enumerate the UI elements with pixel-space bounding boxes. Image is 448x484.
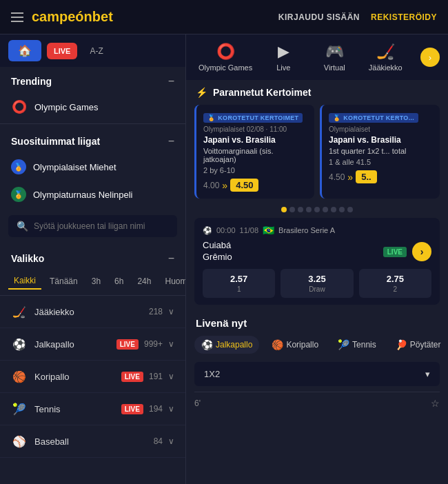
tennis-live-badge: LIVE: [121, 404, 143, 414]
sport-chevron-tennis[interactable]: ∨: [168, 404, 174, 414]
valikko-collapse[interactable]: −: [168, 252, 174, 265]
odds-val-1: 2.57: [205, 274, 272, 284]
livena-tab-poytater[interactable]: 🏓 Pöytäter: [389, 336, 448, 354]
new-odds-1[interactable]: 4.50: [230, 179, 258, 192]
card-teams-1: Japani vs. Brasilia: [203, 135, 307, 145]
dot-7[interactable]: [331, 207, 336, 212]
match-league: Brasilero Serie A: [278, 226, 335, 234]
dot-8[interactable]: [339, 207, 345, 212]
search-bar[interactable]: 🔍: [8, 215, 177, 237]
odds-btn-1[interactable]: 2.57 1: [203, 269, 275, 298]
valikko-tab-huom[interactable]: Huom: [159, 274, 186, 289]
team1: Cuiabá: [203, 240, 232, 250]
tab-az[interactable]: A-Z: [83, 42, 110, 60]
match-live-badge: LIVE: [383, 247, 407, 257]
livena-tab-jalkapallo[interactable]: ⚽ Jalkapallo: [194, 336, 259, 354]
parannetut-icon: ⚡: [196, 87, 207, 98]
odds-btn-2[interactable]: 2.75 2: [359, 269, 431, 298]
sport-chevron-koripallo[interactable]: ∨: [168, 372, 174, 381]
cards-row: 🏅 KOROTETUT KERTOIMET Olympialaiset 02/0…: [186, 102, 448, 204]
dropdown-bar[interactable]: 1X2 ▾: [194, 362, 440, 386]
parannetut-card-1[interactable]: 🏅 KOROTETUT KERTOIMET Olympialaiset 02/0…: [194, 105, 314, 199]
tab-live[interactable]: LIVE: [47, 43, 77, 59]
live-carousel-icon: ▶: [278, 43, 289, 61]
carousel-item-olympic[interactable]: ⭕ Olympic Games: [194, 40, 256, 74]
carousel-item-jaakiekko[interactable]: 🏒 Jääkiekko: [361, 40, 409, 74]
dot-3[interactable]: [298, 207, 303, 212]
new-odds-2[interactable]: 5..: [356, 170, 376, 183]
tennis-tab-icon: 🎾: [338, 339, 349, 350]
carousel-item-virtual[interactable]: 🎮 Virtual: [310, 40, 358, 74]
dot-6[interactable]: [323, 207, 328, 212]
jaakiekko-carousel-icon: 🏒: [376, 43, 395, 61]
card-bet-1: 2 by 6-10: [203, 166, 307, 174]
login-button[interactable]: KIRJAUDU SISÄÄN: [278, 12, 360, 22]
header: campeónbet KIRJAUDU SISÄÄN REKISTERÖIDY: [0, 0, 448, 34]
live-match-bottom-row: 6' ☆: [194, 392, 440, 414]
livena-tab-koripallo[interactable]: 🏀 Koripallo: [265, 336, 325, 354]
liga-item-olympialaiset-miehet[interactable]: 🏅 Olympialaiset Miehet: [0, 153, 185, 181]
sport-item-tennis[interactable]: 🎾 Tennis LIVE 194 ∨: [0, 393, 185, 425]
odds-btn-draw[interactable]: 3.25 Draw: [281, 269, 353, 298]
dot-2[interactable]: [289, 207, 295, 212]
valikko-tab-tanaan[interactable]: Tänään: [44, 274, 83, 289]
sport-count-jaakiekko: 218: [149, 307, 163, 316]
card-badge-text-2: KOROTETUT KERTO...: [343, 114, 414, 121]
old-odds-2: 4.50: [329, 172, 345, 182]
dot-4[interactable]: [306, 207, 312, 212]
sport-item-baseball[interactable]: ⚾ Baseball 84 ∨: [0, 425, 185, 458]
trending-collapse[interactable]: −: [168, 75, 174, 88]
trending-olympic-games[interactable]: ⭕ Olympic Games: [0, 93, 185, 121]
match-go-button[interactable]: ›: [412, 242, 431, 261]
valikko-tab-kaikki[interactable]: Kaikki: [8, 273, 41, 290]
olympic-carousel-icon: ⭕: [216, 43, 235, 61]
sport-name-tennis: Tennis: [34, 404, 121, 414]
parannetut-card-2[interactable]: 🏅 KOROTETUT KERTO... Olympialaiset Japan…: [320, 105, 440, 199]
arrow-icon-1: »: [222, 180, 227, 191]
valikko-tab-3h[interactable]: 3h: [86, 274, 106, 289]
logo-text: campeón: [32, 9, 92, 24]
search-input[interactable]: [34, 221, 169, 231]
main-layout: 🏠 LIVE A-Z Trending − ⭕ Olympic Games Su…: [0, 34, 448, 484]
sport-chevron-baseball[interactable]: ∨: [168, 436, 174, 446]
team2: Grêmio: [203, 252, 232, 262]
match-time: 00:00: [216, 226, 236, 234]
match-icon: ⚽: [203, 226, 212, 235]
jaakiekko-icon: 🏒: [11, 303, 28, 320]
match-meta: ⚽ 00:00 11/08 🇧🇷 Brasilero Serie A: [203, 225, 431, 236]
register-button[interactable]: REKISTERÖIDY: [371, 12, 437, 22]
valikko-header: Valikko −: [0, 244, 185, 270]
sport-chevron-jalkapallo[interactable]: ∨: [168, 339, 174, 349]
koripallo-icon: 🏀: [11, 368, 28, 385]
carousel-next-button[interactable]: ›: [420, 48, 440, 67]
parannetut-title: Parannetut Kertoimet: [213, 87, 311, 98]
valikko-title: Valikko: [11, 253, 44, 264]
sport-carousel: ⭕ Olympic Games ▶ Live 🎮 Virtual 🏒 Jääki…: [186, 34, 448, 80]
popular-leagues-collapse[interactable]: −: [168, 135, 174, 148]
carousel-item-live[interactable]: ▶ Live: [259, 40, 307, 74]
sport-item-koripallo[interactable]: 🏀 Koripallo LIVE 191 ∨: [0, 361, 185, 393]
logo-highlight: bet: [92, 9, 113, 24]
dot-9[interactable]: [347, 207, 353, 212]
tab-home[interactable]: 🏠: [8, 40, 41, 61]
carousel-label-jaakiekko: Jääkiekko: [369, 63, 403, 72]
tennis-icon: 🎾: [11, 401, 28, 417]
dot-5[interactable]: [314, 207, 320, 212]
hamburger-menu[interactable]: [11, 12, 23, 22]
sport-chevron-jaakiekko[interactable]: ∨: [168, 307, 174, 316]
baseball-icon: ⚾: [11, 433, 28, 450]
card-subtitle-2: Olympialaiset: [329, 125, 433, 133]
sport-item-jaakiekko[interactable]: 🏒 Jääkiekko 218 ∨: [0, 296, 185, 328]
sport-name-jaakiekko: Jääkiekko: [34, 307, 149, 317]
dot-1[interactable]: [281, 207, 287, 212]
sport-item-jalkapallo[interactable]: ⚽ Jalkapallo LIVE 999+ ∨: [0, 328, 185, 361]
card-badge-1: 🏅 KOROTETUT KERTOIMET: [203, 113, 303, 123]
liga-item-olympiaturnaus[interactable]: 🏅 Olympiaturnaus Nelinpeli: [0, 181, 185, 208]
live-match-time: 6': [194, 399, 201, 408]
sidebar: 🏠 LIVE A-Z Trending − ⭕ Olympic Games Su…: [0, 34, 186, 484]
chevron-down-icon: ▾: [425, 369, 430, 379]
star-icon[interactable]: ☆: [431, 398, 440, 409]
valikko-tab-6h[interactable]: 6h: [109, 274, 129, 289]
livena-tab-tennis[interactable]: 🎾 Tennis: [331, 336, 383, 354]
valikko-tab-24h[interactable]: 24h: [132, 274, 156, 289]
